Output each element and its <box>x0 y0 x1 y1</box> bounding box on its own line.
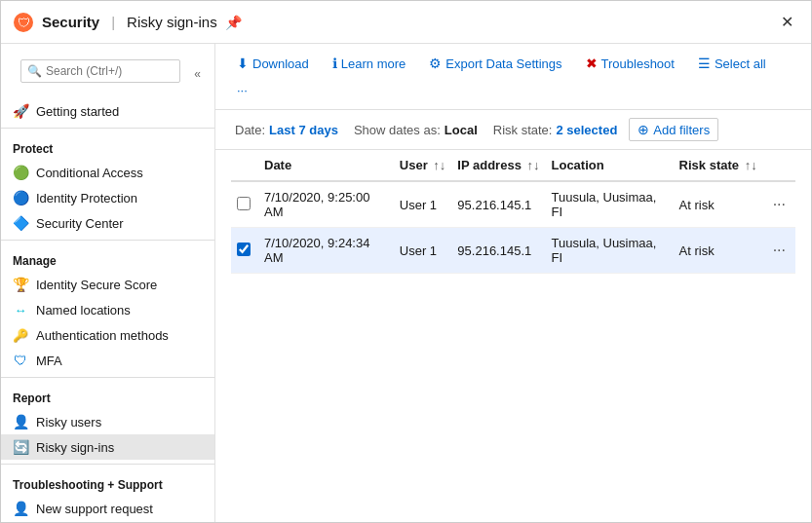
risk-state-filter[interactable]: Risk state: 2 selected <box>489 121 622 139</box>
sidebar-item-identity-protection[interactable]: 🔵 Identity Protection <box>1 185 214 210</box>
row-checkbox-0[interactable] <box>237 197 251 210</box>
app-window: 🛡 Security | Risky sign-ins 📌 ✕ 🔍 « 🚀 Ge… <box>1 1 811 522</box>
sidebar-item-mfa[interactable]: 🛡 MFA <box>1 348 214 373</box>
security-center-icon: 🔷 <box>13 215 28 231</box>
row-date-1: 7/10/2020, 9:24:34 AM <box>258 228 394 274</box>
conditional-access-icon: 🟢 <box>13 165 28 180</box>
date-filter[interactable]: Date: Last 7 days <box>231 121 342 139</box>
date-filter-value: Last 7 days <box>269 123 338 137</box>
row-location-1: Tuusula, Uusimaa, FI <box>546 228 674 274</box>
sidebar-item-named-locations[interactable]: ↔ Named locations <box>1 297 214 322</box>
sidebar-item-conditional-access[interactable]: 🟢 Conditional Access <box>1 160 214 185</box>
troubleshoot-button[interactable]: ✖ Troubleshoot <box>580 52 680 75</box>
table-row: 7/10/2020, 9:24:34 AM User 1 95.216.145.… <box>231 228 795 274</box>
row-risk-state-1: At risk <box>674 228 763 274</box>
export-label: Export Data Settings <box>445 56 561 71</box>
row-user-0: User 1 <box>394 181 452 228</box>
more-icon: ··· <box>237 83 248 97</box>
support-request-label: New support request <box>36 502 153 516</box>
section-divider-3 <box>1 377 214 378</box>
row-actions-1: ··· <box>763 228 795 274</box>
app-name: Security <box>42 14 99 30</box>
risk-state-sort-icon: ↑↓ <box>745 158 757 172</box>
troubleshoot-icon: ✖ <box>586 56 598 71</box>
learn-more-button[interactable]: ℹ Learn more <box>327 52 411 75</box>
conditional-access-label: Conditional Access <box>36 166 143 180</box>
troubleshoot-label: Troubleshoot <box>601 56 675 71</box>
section-divider-1 <box>1 128 214 129</box>
title-left: 🛡 Security | Risky sign-ins 📌 <box>13 12 242 33</box>
ip-sort-icon: ↑↓ <box>527 158 540 172</box>
close-button[interactable]: ✕ <box>775 11 799 33</box>
column-ip[interactable]: IP address ↑↓ <box>451 150 545 181</box>
search-input[interactable] <box>46 64 174 78</box>
identity-protection-icon: 🔵 <box>13 190 28 205</box>
security-center-label: Security Center <box>36 216 124 231</box>
risk-state-label: Risk state: <box>493 123 553 137</box>
section-manage: Manage <box>1 244 214 272</box>
show-dates-label: Show dates as: <box>354 123 441 137</box>
download-icon: ⬇ <box>237 56 249 71</box>
add-filters-button[interactable]: ⊕ Add filters <box>629 118 718 141</box>
row-ip-1: 95.216.145.1 <box>451 228 545 274</box>
select-all-button[interactable]: ☰ Select all <box>692 52 772 75</box>
sidebar-item-security-center[interactable]: 🔷 Security Center <box>1 210 214 236</box>
column-date[interactable]: Date <box>258 150 394 181</box>
support-request-icon: 👤 <box>13 501 28 516</box>
risky-signins-label: Risky sign-ins <box>36 440 114 455</box>
auth-methods-label: Authentication methods <box>36 328 169 343</box>
sidebar-item-risky-users[interactable]: 👤 Risky users <box>1 409 214 434</box>
toolbar: ⬇ Download ℹ Learn more ⚙ Export Data Se… <box>215 44 811 110</box>
column-user[interactable]: User ↑↓ <box>394 150 452 181</box>
sidebar-item-identity-secure-score[interactable]: 🏆 Identity Secure Score <box>1 272 214 297</box>
export-settings-button[interactable]: ⚙ Export Data Settings <box>423 52 567 75</box>
trophy-icon: 🏆 <box>13 277 28 292</box>
section-divider-4 <box>1 464 214 465</box>
download-label: Download <box>252 56 309 71</box>
row-location-0: Tuusula, Uusimaa, FI <box>546 181 674 228</box>
row-date-0: 7/10/2020, 9:25:00 AM <box>258 181 394 228</box>
pin-icon[interactable]: 📌 <box>225 15 242 30</box>
row-more-button-1[interactable]: ··· <box>769 240 790 261</box>
risk-state-value: 2 selected <box>556 123 617 137</box>
add-filter-icon: ⊕ <box>638 122 649 137</box>
auth-methods-icon: 🔑 <box>13 327 28 343</box>
rocket-icon: 🚀 <box>13 103 28 119</box>
learn-more-icon: ℹ <box>332 56 337 71</box>
risky-signins-icon: 🔄 <box>13 439 28 455</box>
page-title: Risky sign-ins <box>127 14 217 30</box>
section-divider-2 <box>1 240 214 241</box>
sidebar-item-auth-methods[interactable]: 🔑 Authentication methods <box>1 322 214 348</box>
row-risk-state-0: At risk <box>674 181 763 228</box>
show-dates-filter[interactable]: Show dates as: Local <box>350 121 482 139</box>
download-button[interactable]: ⬇ Download <box>231 52 315 75</box>
section-protect: Protect <box>1 132 214 160</box>
user-sort-icon: ↑↓ <box>433 158 445 172</box>
named-locations-label: Named locations <box>36 303 131 318</box>
select-all-checkbox-header <box>231 150 258 181</box>
row-checkbox-1[interactable] <box>237 243 251 256</box>
column-risk-state[interactable]: Risk state ↑↓ <box>674 150 763 181</box>
row-more-button-0[interactable]: ··· <box>769 194 790 215</box>
more-options-button[interactable]: ··· <box>231 79 253 101</box>
sidebar-item-support-request[interactable]: 👤 New support request <box>1 496 214 521</box>
content-area: ⬇ Download ℹ Learn more ⚙ Export Data Se… <box>215 44 811 522</box>
table-header-row: Date User ↑↓ IP address ↑↓ Loc <box>231 150 795 181</box>
column-actions <box>763 150 795 181</box>
sidebar-item-risky-signins[interactable]: 🔄 Risky sign-ins <box>1 434 214 460</box>
row-actions-0: ··· <box>763 181 795 228</box>
risky-users-icon: 👤 <box>13 414 28 430</box>
collapse-button[interactable]: « <box>190 65 205 83</box>
section-troubleshooting: Troubleshooting + Support <box>1 468 214 496</box>
table-row: 7/10/2020, 9:25:00 AM User 1 95.216.145.… <box>231 181 795 228</box>
column-location[interactable]: Location <box>546 150 674 181</box>
row-checkbox-cell-0 <box>231 181 258 228</box>
table-container: Date User ↑↓ IP address ↑↓ Loc <box>215 150 811 522</box>
section-report: Report <box>1 382 214 409</box>
date-filter-label: Date: <box>235 123 265 137</box>
row-checkbox-cell-1 <box>231 228 258 274</box>
sidebar-item-getting-started[interactable]: 🚀 Getting started <box>1 98 214 124</box>
main-layout: 🔍 « 🚀 Getting started Protect 🟢 Conditio… <box>1 44 811 522</box>
identity-secure-score-label: Identity Secure Score <box>36 278 157 292</box>
search-box: 🔍 <box>20 59 180 83</box>
